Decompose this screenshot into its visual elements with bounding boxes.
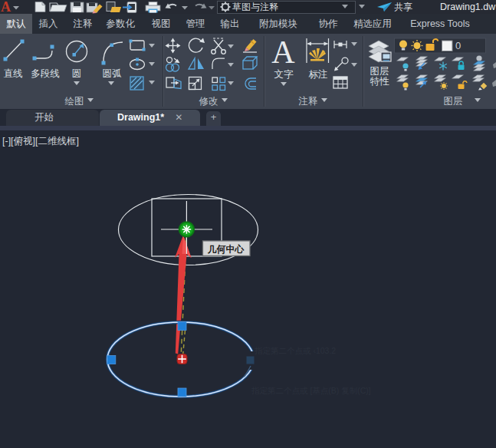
svg-text:几何中心: 几何中心 xyxy=(207,244,245,255)
svg-text:指定第二个点或 ‹103.2: 指定第二个点或 ‹103.2 xyxy=(255,346,336,355)
svg-text:A: A xyxy=(271,35,295,70)
svg-text:指定第二个点或 [基点(B) 复制(C)]: 指定第二个点或 [基点(B) 复制(C)] xyxy=(251,386,371,395)
svg-text:A: A xyxy=(1,0,11,14)
svg-text:0: 0 xyxy=(455,40,461,51)
